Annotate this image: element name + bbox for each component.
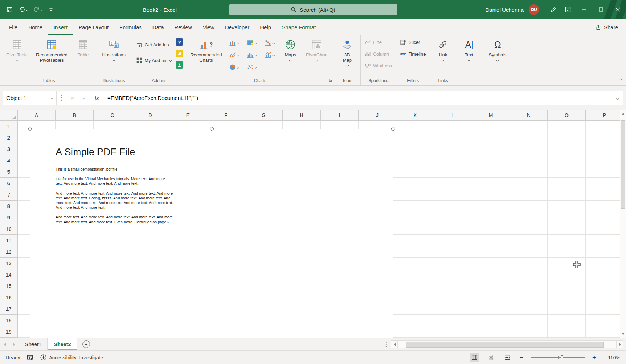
scroll-down-arrow[interactable] bbox=[620, 330, 626, 337]
insert-line-chart-button[interactable] bbox=[229, 52, 239, 58]
symbols-button[interactable]: Ω Symbols bbox=[484, 36, 511, 77]
column-header-N[interactable]: N bbox=[510, 110, 548, 120]
next-sheet-button[interactable] bbox=[9, 338, 19, 350]
zoom-out-button[interactable]: − bbox=[519, 354, 524, 361]
tab-view[interactable]: View bbox=[197, 19, 220, 35]
3d-map-button[interactable]: 3D Map bbox=[335, 36, 359, 77]
page-break-preview-button[interactable] bbox=[502, 353, 512, 362]
insert-combo-chart-button[interactable] bbox=[265, 52, 275, 58]
user-avatar[interactable]: DU bbox=[529, 4, 539, 15]
insert-function-button[interactable]: fx bbox=[91, 91, 103, 105]
column-header-G[interactable]: G bbox=[245, 110, 283, 120]
tab-help[interactable]: Help bbox=[255, 19, 276, 35]
column-header-A[interactable]: A bbox=[18, 110, 56, 120]
page-layout-view-button[interactable] bbox=[486, 353, 495, 362]
row-header-5[interactable]: 5 bbox=[0, 166, 17, 178]
timeline-button[interactable]: Timeline bbox=[399, 49, 428, 59]
row-header-8[interactable]: 8 bbox=[0, 201, 17, 212]
zoom-percentage[interactable]: 110% bbox=[604, 355, 620, 360]
scroll-left-arrow[interactable] bbox=[391, 340, 398, 348]
tab-home[interactable]: Home bbox=[23, 19, 48, 35]
column-header-M[interactable]: M bbox=[472, 110, 510, 120]
tab-review[interactable]: Review bbox=[169, 19, 197, 35]
maximize-button[interactable] bbox=[592, 0, 609, 19]
row-header-9[interactable]: 9 bbox=[0, 212, 17, 223]
recommended-pivottables-button[interactable]: Recommended PivotTables bbox=[31, 36, 72, 77]
formula-input[interactable]: =EMBED("AcroExch.Document.11","") bbox=[103, 95, 612, 101]
column-header-I[interactable]: I bbox=[321, 110, 359, 120]
column-header-C[interactable]: C bbox=[94, 110, 131, 120]
column-header-O[interactable]: O bbox=[548, 110, 586, 120]
normal-view-button[interactable] bbox=[470, 353, 479, 362]
close-button[interactable] bbox=[609, 0, 626, 19]
column-header-L[interactable]: L bbox=[434, 110, 472, 120]
visio-addin-icon[interactable] bbox=[176, 38, 183, 46]
add-sheet-button[interactable]: + bbox=[82, 340, 90, 348]
editing-pen-button[interactable] bbox=[546, 0, 561, 19]
my-add-ins-button[interactable]: My Add-ins bbox=[134, 56, 174, 65]
column-header-B[interactable]: B bbox=[56, 110, 94, 120]
row-header-12[interactable]: 12 bbox=[0, 246, 17, 258]
cancel-button[interactable]: × bbox=[66, 91, 79, 105]
insert-pie-chart-button[interactable] bbox=[229, 64, 239, 70]
row-header-18[interactable]: 18 bbox=[0, 315, 17, 326]
illustrations-button[interactable]: Illustrations bbox=[97, 36, 130, 77]
scroll-right-arrow[interactable] bbox=[616, 340, 623, 348]
tab-shape-format[interactable]: Shape Format bbox=[276, 19, 321, 35]
tab-developer[interactable]: Developer bbox=[220, 19, 255, 35]
row-header-15[interactable]: 15 bbox=[0, 280, 17, 292]
sparkline-winloss-button[interactable]: Win/Loss bbox=[363, 61, 394, 70]
power-bi-addin-icon[interactable] bbox=[176, 50, 183, 57]
resize-handle-top-middle[interactable] bbox=[210, 127, 214, 131]
row-header-3[interactable]: 3 bbox=[0, 143, 17, 155]
maps-button[interactable]: Maps bbox=[279, 36, 301, 77]
redo-button[interactable] bbox=[31, 3, 45, 16]
row-header-16[interactable]: 16 bbox=[0, 292, 17, 303]
pivotchart-button[interactable]: PivotChart bbox=[301, 36, 332, 77]
get-add-ins-button[interactable]: Get Add-ins bbox=[134, 40, 174, 49]
undo-button[interactable] bbox=[16, 3, 30, 16]
insert-waterfall-chart-button[interactable] bbox=[265, 40, 275, 46]
column-header-F[interactable]: F bbox=[207, 110, 245, 120]
column-header-P[interactable]: P bbox=[586, 110, 624, 120]
recommended-charts-button[interactable]: ? Recommended Charts bbox=[188, 36, 224, 77]
sheet-bar-splitter[interactable] bbox=[386, 344, 387, 345]
sheet-tab-sheet1[interactable]: Sheet1 bbox=[19, 338, 48, 350]
tab-data[interactable]: Data bbox=[147, 19, 169, 35]
horizontal-scrollbar-track[interactable] bbox=[398, 340, 616, 348]
cells-grid[interactable]: A Simple PDF File This is a small demons… bbox=[18, 121, 626, 338]
tab-formulas[interactable]: Formulas bbox=[114, 19, 147, 35]
column-header-D[interactable]: D bbox=[131, 110, 169, 120]
tab-page-layout[interactable]: Page Layout bbox=[73, 19, 114, 35]
row-header-6[interactable]: 6 bbox=[0, 178, 17, 189]
row-header-17[interactable]: 17 bbox=[0, 303, 17, 315]
select-all-button[interactable] bbox=[0, 110, 18, 121]
column-header-K[interactable]: K bbox=[396, 110, 434, 120]
undo-dropdown-icon[interactable] bbox=[26, 9, 28, 11]
resize-handle-top-left[interactable] bbox=[28, 127, 32, 131]
expand-formula-bar-button[interactable] bbox=[612, 97, 623, 99]
ribbon-display-options-button[interactable] bbox=[561, 0, 576, 19]
name-box[interactable]: Object 1 bbox=[3, 91, 57, 105]
row-header-2[interactable]: 2 bbox=[0, 132, 17, 143]
macro-record-button[interactable] bbox=[27, 354, 33, 360]
scroll-up-arrow[interactable] bbox=[620, 111, 626, 117]
minimize-button[interactable] bbox=[576, 0, 592, 19]
people-graph-addin-icon[interactable] bbox=[176, 61, 183, 69]
save-button[interactable] bbox=[4, 3, 15, 16]
tab-insert[interactable]: Insert bbox=[48, 19, 73, 35]
link-button[interactable]: Link bbox=[431, 36, 454, 77]
share-button[interactable]: Share bbox=[595, 19, 618, 35]
vertical-scrollbar[interactable] bbox=[620, 110, 626, 338]
enter-button[interactable]: ✓ bbox=[79, 91, 91, 105]
horizontal-scrollbar-thumb[interactable] bbox=[406, 342, 604, 348]
tab-file[interactable]: File bbox=[4, 19, 23, 35]
user-name[interactable]: Daniel Uchenna bbox=[485, 7, 524, 13]
vertical-scrollbar-thumb[interactable] bbox=[621, 120, 625, 209]
row-header-10[interactable]: 10 bbox=[0, 223, 17, 235]
insert-scatter-chart-button[interactable] bbox=[247, 64, 257, 70]
row-header-19[interactable]: 19 bbox=[0, 326, 17, 338]
embedded-pdf-object[interactable]: A Simple PDF File This is a small demons… bbox=[30, 129, 393, 338]
column-header-J[interactable]: J bbox=[359, 110, 396, 120]
row-header-1[interactable]: 1 bbox=[0, 121, 17, 132]
